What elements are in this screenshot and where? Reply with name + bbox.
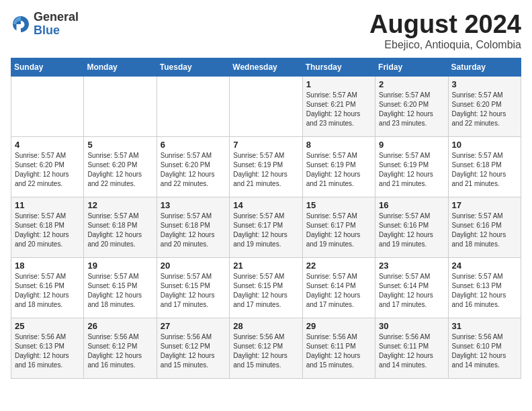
calendar-cell: 27Sunrise: 5:56 AMSunset: 6:12 PMDayligh… <box>157 318 229 378</box>
day-number: 8 <box>306 140 371 150</box>
day-info: Sunrise: 5:56 AMSunset: 6:11 PMDaylight:… <box>379 332 444 370</box>
day-info: Sunrise: 5:57 AMSunset: 6:21 PMDaylight:… <box>306 91 371 128</box>
day-info: Sunrise: 5:57 AMSunset: 6:20 PMDaylight:… <box>161 151 226 189</box>
calendar-cell: 5Sunrise: 5:57 AMSunset: 6:20 PMDaylight… <box>84 136 157 197</box>
calendar-cell: 22Sunrise: 5:57 AMSunset: 6:14 PMDayligh… <box>302 257 375 318</box>
header-day-friday: Friday <box>375 58 448 76</box>
day-info: Sunrise: 5:57 AMSunset: 6:16 PMDaylight:… <box>452 212 517 249</box>
day-info: Sunrise: 5:57 AMSunset: 6:15 PMDaylight:… <box>233 272 298 310</box>
day-number: 6 <box>161 140 226 150</box>
day-number: 16 <box>379 200 444 210</box>
calendar-body: 1Sunrise: 5:57 AMSunset: 6:21 PMDaylight… <box>11 76 521 378</box>
day-number: 28 <box>233 321 298 331</box>
calendar-cell: 13Sunrise: 5:57 AMSunset: 6:18 PMDayligh… <box>157 197 229 257</box>
week-row-4: 18Sunrise: 5:57 AMSunset: 6:16 PMDayligh… <box>11 257 521 318</box>
calendar-cell: 15Sunrise: 5:57 AMSunset: 6:17 PMDayligh… <box>302 197 375 257</box>
day-info: Sunrise: 5:57 AMSunset: 6:15 PMDaylight:… <box>161 272 226 310</box>
week-row-1: 1Sunrise: 5:57 AMSunset: 6:21 PMDaylight… <box>11 76 521 136</box>
header-day-monday: Monday <box>84 58 157 76</box>
day-info: Sunrise: 5:57 AMSunset: 6:20 PMDaylight:… <box>87 151 152 189</box>
day-number: 26 <box>87 321 152 331</box>
day-info: Sunrise: 5:57 AMSunset: 6:18 PMDaylight:… <box>15 212 80 249</box>
day-number: 1 <box>306 79 371 89</box>
week-row-5: 25Sunrise: 5:56 AMSunset: 6:13 PMDayligh… <box>11 318 521 378</box>
calendar-header: SundayMondayTuesdayWednesdayThursdayFrid… <box>11 58 521 76</box>
day-number: 9 <box>379 140 444 150</box>
calendar-cell: 7Sunrise: 5:57 AMSunset: 6:19 PMDaylight… <box>230 136 302 197</box>
header-day-tuesday: Tuesday <box>157 58 229 76</box>
day-number: 25 <box>15 321 80 331</box>
day-info: Sunrise: 5:56 AMSunset: 6:11 PMDaylight:… <box>306 332 371 370</box>
calendar-cell <box>11 76 84 136</box>
day-info: Sunrise: 5:57 AMSunset: 6:20 PMDaylight:… <box>452 91 517 128</box>
calendar-cell: 31Sunrise: 5:56 AMSunset: 6:10 PMDayligh… <box>448 318 521 378</box>
calendar-cell: 2Sunrise: 5:57 AMSunset: 6:20 PMDaylight… <box>375 76 448 136</box>
day-info: Sunrise: 5:57 AMSunset: 6:19 PMDaylight:… <box>233 151 298 189</box>
calendar-cell: 28Sunrise: 5:56 AMSunset: 6:12 PMDayligh… <box>230 318 302 378</box>
calendar-cell: 21Sunrise: 5:57 AMSunset: 6:15 PMDayligh… <box>230 257 302 318</box>
day-number: 2 <box>379 79 444 89</box>
location: Ebejico, Antioquia, Colombia <box>369 39 521 51</box>
day-number: 24 <box>452 261 517 271</box>
calendar-cell: 30Sunrise: 5:56 AMSunset: 6:11 PMDayligh… <box>375 318 448 378</box>
day-info: Sunrise: 5:57 AMSunset: 6:18 PMDaylight:… <box>452 151 517 189</box>
day-number: 22 <box>306 261 371 271</box>
calendar-cell: 25Sunrise: 5:56 AMSunset: 6:13 PMDayligh… <box>11 318 84 378</box>
day-info: Sunrise: 5:57 AMSunset: 6:14 PMDaylight:… <box>306 272 371 310</box>
calendar-cell <box>84 76 157 136</box>
day-info: Sunrise: 5:56 AMSunset: 6:12 PMDaylight:… <box>161 332 226 370</box>
day-info: Sunrise: 5:57 AMSunset: 6:15 PMDaylight:… <box>87 272 152 310</box>
day-number: 4 <box>15 140 80 150</box>
calendar-cell: 26Sunrise: 5:56 AMSunset: 6:12 PMDayligh… <box>84 318 157 378</box>
day-info: Sunrise: 5:57 AMSunset: 6:16 PMDaylight:… <box>379 212 444 249</box>
day-number: 23 <box>379 261 444 271</box>
calendar-cell: 9Sunrise: 5:57 AMSunset: 6:19 PMDaylight… <box>375 136 448 197</box>
day-number: 10 <box>452 140 517 150</box>
day-info: Sunrise: 5:57 AMSunset: 6:13 PMDaylight:… <box>452 272 517 310</box>
logo-general-text: General <box>34 10 79 24</box>
logo: General Blue <box>11 11 79 38</box>
header-row: SundayMondayTuesdayWednesdayThursdayFrid… <box>11 58 521 76</box>
calendar-cell: 8Sunrise: 5:57 AMSunset: 6:19 PMDaylight… <box>302 136 375 197</box>
day-info: Sunrise: 5:57 AMSunset: 6:18 PMDaylight:… <box>161 212 226 249</box>
calendar-cell: 11Sunrise: 5:57 AMSunset: 6:18 PMDayligh… <box>11 197 84 257</box>
calendar-cell: 6Sunrise: 5:57 AMSunset: 6:20 PMDaylight… <box>157 136 229 197</box>
day-number: 30 <box>379 321 444 331</box>
day-info: Sunrise: 5:57 AMSunset: 6:16 PMDaylight:… <box>15 272 80 310</box>
day-info: Sunrise: 5:57 AMSunset: 6:19 PMDaylight:… <box>306 151 371 189</box>
header: General Blue August 2024 Ebejico, Antioq… <box>11 11 521 51</box>
calendar-cell: 14Sunrise: 5:57 AMSunset: 6:17 PMDayligh… <box>230 197 302 257</box>
calendar-table: SundayMondayTuesdayWednesdayThursdayFrid… <box>11 58 521 379</box>
day-number: 18 <box>15 261 80 271</box>
day-number: 5 <box>87 140 152 150</box>
calendar-cell <box>157 76 229 136</box>
calendar-cell: 16Sunrise: 5:57 AMSunset: 6:16 PMDayligh… <box>375 197 448 257</box>
day-info: Sunrise: 5:57 AMSunset: 6:20 PMDaylight:… <box>15 151 80 189</box>
day-number: 17 <box>452 200 517 210</box>
header-day-thursday: Thursday <box>302 58 375 76</box>
calendar-cell: 20Sunrise: 5:57 AMSunset: 6:15 PMDayligh… <box>157 257 229 318</box>
month-year: August 2024 <box>369 11 521 39</box>
calendar-cell: 4Sunrise: 5:57 AMSunset: 6:20 PMDaylight… <box>11 136 84 197</box>
day-number: 20 <box>161 261 226 271</box>
header-day-saturday: Saturday <box>448 58 521 76</box>
day-number: 14 <box>233 200 298 210</box>
day-number: 21 <box>233 261 298 271</box>
calendar-cell: 1Sunrise: 5:57 AMSunset: 6:21 PMDaylight… <box>302 76 375 136</box>
calendar-cell: 12Sunrise: 5:57 AMSunset: 6:18 PMDayligh… <box>84 197 157 257</box>
day-number: 15 <box>306 200 371 210</box>
week-row-2: 4Sunrise: 5:57 AMSunset: 6:20 PMDaylight… <box>11 136 521 197</box>
calendar-cell: 19Sunrise: 5:57 AMSunset: 6:15 PMDayligh… <box>84 257 157 318</box>
day-info: Sunrise: 5:57 AMSunset: 6:18 PMDaylight:… <box>87 212 152 249</box>
day-number: 11 <box>15 200 80 210</box>
calendar-cell: 23Sunrise: 5:57 AMSunset: 6:14 PMDayligh… <box>375 257 448 318</box>
day-info: Sunrise: 5:56 AMSunset: 6:10 PMDaylight:… <box>452 332 517 370</box>
day-info: Sunrise: 5:57 AMSunset: 6:17 PMDaylight:… <box>233 212 298 249</box>
day-number: 31 <box>452 321 517 331</box>
header-day-wednesday: Wednesday <box>230 58 302 76</box>
day-number: 19 <box>87 261 152 271</box>
calendar-cell: 29Sunrise: 5:56 AMSunset: 6:11 PMDayligh… <box>302 318 375 378</box>
calendar-cell <box>230 76 302 136</box>
day-info: Sunrise: 5:56 AMSunset: 6:13 PMDaylight:… <box>15 332 80 370</box>
logo-icon <box>11 14 31 34</box>
